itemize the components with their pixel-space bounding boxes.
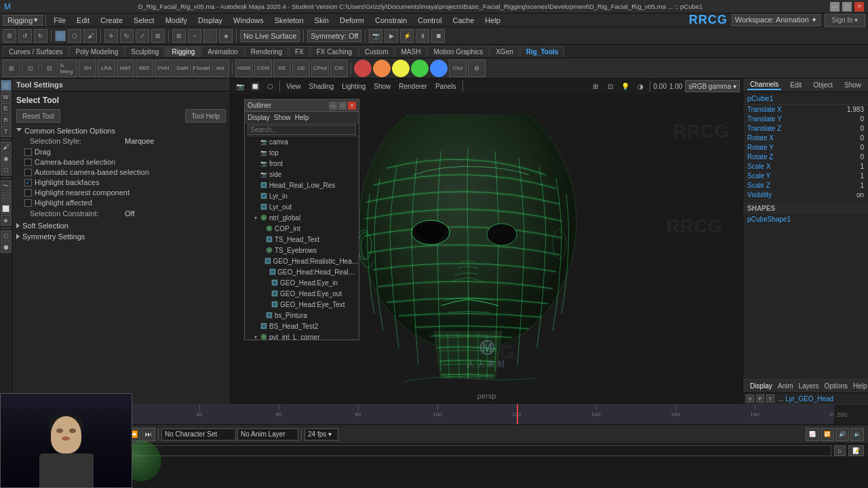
expand-icon[interactable] (253, 161, 258, 166)
vp-tb-icon3[interactable]: ⬡ (263, 79, 277, 93)
tb-camera-btn[interactable]: 📷 (369, 29, 382, 43)
shelf-tab-xgen[interactable]: XGen (490, 46, 519, 57)
outliner-item-16[interactable]: bs_Pintura (245, 310, 359, 321)
outliner-item-7[interactable]: ▼ntrl_global (245, 212, 359, 223)
shelf-tab-rigtools[interactable]: Rig_Tools (520, 46, 565, 57)
tool-icon-select[interactable]: Q (1, 80, 12, 91)
shelf-icon-attr[interactable]: Attr (212, 60, 229, 77)
outliner-item-11[interactable]: GEO_Head:Realistic_Head_geo (245, 256, 359, 266)
expand-icon[interactable] (253, 150, 258, 155)
outliner-item-0[interactable]: 📷camra (245, 136, 359, 147)
tool-icon-paint[interactable]: 🖌 (1, 142, 12, 152)
outliner-item-1[interactable]: 📷top (245, 147, 359, 158)
layer-tab-display[interactable]: Display (747, 382, 775, 390)
tool-icon-sculpt[interactable]: ◉ (1, 153, 12, 164)
drag-checkbox[interactable] (24, 148, 32, 156)
no-character-set-field[interactable]: No Character Set (161, 428, 236, 441)
volume-btn[interactable]: 🔉 (850, 428, 864, 441)
shelf-icon-mat[interactable]: MAT (117, 60, 134, 77)
shelf-tab-mash[interactable]: MASH (395, 46, 427, 57)
channel-row-2[interactable]: Translate Z0 (743, 124, 868, 134)
tool-icon-extra4[interactable]: ⬢ (1, 242, 12, 253)
tool-icon-lasso[interactable]: ⬡ (1, 165, 12, 176)
menu-help[interactable]: Help (480, 15, 505, 26)
outliner-close[interactable]: ✕ (348, 102, 356, 110)
shelf-tab-curves[interactable]: Curves / Surfaces (3, 46, 68, 57)
shelf-icon-color4[interactable] (411, 60, 429, 77)
shelf-icon-color1[interactable] (354, 60, 372, 77)
camera-based-checkbox[interactable] (24, 159, 32, 166)
channel-row-6[interactable]: Scale X1 (743, 162, 868, 171)
shelf-icon-csw[interactable]: CSW (254, 60, 272, 77)
outliner-item-4[interactable]: Head_Real_Low_Res (245, 180, 359, 190)
outliner-item-3[interactable]: 📷side (245, 169, 359, 180)
vp-tb-icon2[interactable]: 🔲 (248, 79, 262, 93)
menu-skeleton[interactable]: Skeleton (270, 15, 309, 26)
channel-row-4[interactable]: Rotate Y0 (743, 143, 868, 152)
tool-icon-extra3[interactable]: ◈ (1, 215, 12, 226)
shelf-tab-custom[interactable]: Custom (359, 46, 394, 57)
channel-box-tab-channels[interactable]: Channels (747, 80, 781, 90)
tb-pause-btn[interactable]: ⏸ (416, 29, 429, 43)
tool-icon-extra1[interactable]: ⬛ (1, 192, 12, 203)
vp-color-space[interactable]: sRGB gamma ▾ (685, 80, 740, 92)
shelf-tab-fx[interactable]: FX (289, 46, 310, 57)
channel-box-tab-object[interactable]: Object (810, 81, 835, 89)
expand-icon[interactable]: ▼ (253, 215, 258, 220)
vp-view[interactable]: View (283, 82, 304, 91)
expand-icon[interactable] (264, 280, 269, 285)
channel-box-tab-edit[interactable]: Edit (787, 81, 804, 89)
tb-icon-3[interactable]: ↻ (34, 29, 47, 43)
tb-snap-grid[interactable]: ⊞ (172, 29, 186, 43)
timeline-inner[interactable]: 020406080100120140160180200 (41, 405, 834, 424)
shelf-tab-motion[interactable]: Motion Graphics (427, 46, 489, 57)
channel-box-tab-show[interactable]: Show (842, 81, 864, 89)
outliner-item-9[interactable]: TS_Head_Text (245, 234, 359, 245)
channel-row-9[interactable]: Visibilityon (743, 190, 868, 200)
layer-help-btn[interactable]: Help (850, 382, 868, 390)
shelf-icon-cpe[interactable]: Cho (449, 60, 467, 77)
tb-snap-curve[interactable]: ~ (188, 29, 201, 43)
expand-icon[interactable] (253, 182, 258, 188)
tool-icon-extra2[interactable]: ⬜ (1, 203, 12, 214)
close-button[interactable]: ✕ (854, 2, 864, 12)
shelf-icon-cped[interactable]: CPed (311, 60, 329, 77)
menu-skin[interactable]: Skin (310, 15, 334, 26)
rigging-dropdown[interactable]: Rigging ▾ (3, 15, 43, 26)
minimize-button[interactable]: — (830, 2, 840, 12)
layer-options-tab[interactable]: Layers (796, 382, 822, 390)
symmetry-settings-header[interactable]: Symmetry Settings (16, 232, 226, 241)
menu-create[interactable]: Create (96, 15, 127, 26)
shelf-icon-color5[interactable] (430, 60, 448, 77)
shelf-icon-hsw[interactable]: HSW (235, 60, 253, 77)
tb-ipr-btn[interactable]: ⚡ (400, 29, 414, 43)
shelf-icon-extra[interactable]: ⚙ (468, 60, 486, 77)
expand-icon[interactable]: ▼ (253, 334, 258, 340)
layer-tab-anim[interactable]: Anim (775, 382, 796, 390)
expand-icon[interactable] (264, 291, 269, 296)
menu-select[interactable]: Select (129, 15, 159, 26)
outliner-minimize[interactable]: — (329, 102, 337, 110)
outliner-item-8[interactable]: COP_int (245, 223, 359, 234)
tool-icon-rotate[interactable]: E (1, 103, 12, 114)
script-input-line[interactable] (29, 445, 831, 456)
script-editor-btn[interactable]: 📝 (848, 445, 864, 456)
tool-icon-move[interactable]: W (1, 92, 12, 102)
vp-shading[interactable]: Shading (306, 82, 338, 91)
tool-icon-scale[interactable]: R (1, 115, 12, 125)
vp-shadow-icon[interactable]: ◑ (633, 79, 647, 93)
expand-icon[interactable] (258, 247, 264, 253)
tb-render-btn[interactable]: ▶ (384, 29, 398, 43)
tool-icon-t[interactable]: T (1, 126, 12, 137)
shelf-tab-rendering[interactable]: Rendering (245, 46, 288, 57)
shelf-tab-animation[interactable]: Animation (201, 46, 243, 57)
shelf-icon-phn[interactable]: PHN (155, 60, 172, 77)
tb-snap-view[interactable]: ◈ (219, 29, 233, 43)
shelf-icon-color2[interactable] (373, 60, 391, 77)
highlight-affected-checkbox[interactable] (24, 199, 32, 207)
outliner-display-menu[interactable]: Display (248, 114, 270, 121)
outliner-item-6[interactable]: Lyr_out (245, 201, 359, 212)
expand-icon[interactable] (253, 193, 258, 199)
shelf-tab-rigging[interactable]: Rigging (165, 46, 201, 57)
outliner-show-menu[interactable]: Show (274, 114, 291, 121)
